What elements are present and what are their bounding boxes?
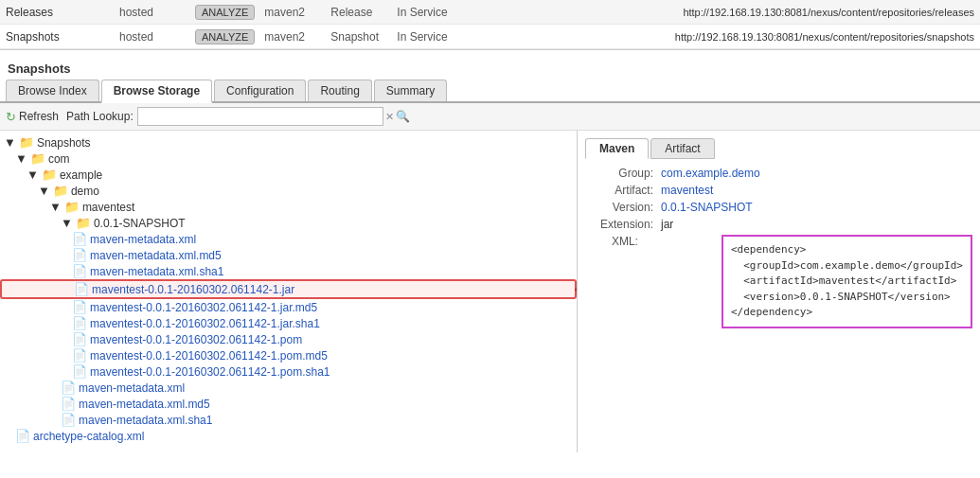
folder-icon: 📁 [19, 135, 34, 150]
prop-group-label: Group: [585, 167, 661, 180]
repo-status-releases: In Service [397, 6, 472, 19]
tree-file-maven-metadata2-md5[interactable]: 📄 maven-metadata.xml.md5 [0, 396, 577, 412]
folder-icon: 📁 [42, 168, 57, 182]
repo-policy-releases: Release [330, 6, 397, 19]
tree-file-pom-md5[interactable]: 📄 maventest-0.0.1-20160302.061142-1.pom.… [0, 347, 577, 363]
tree-label: maven-metadata.xml.md5 [90, 249, 222, 262]
analyze-btn-snapshots[interactable]: ANALYZE [195, 29, 255, 44]
repo-format-snapshots: maven2 [264, 30, 330, 44]
tree-label: example [60, 168, 102, 182]
tree-file-pom-sha1[interactable]: 📄 maventest-0.0.1-20160302.061142-1.pom.… [0, 363, 577, 380]
tree-label: 0.0.1-SNAPSHOT [94, 217, 186, 230]
tree-panel: ▼ 📁 Snapshots ▼ 📁 com ▼ 📁 example ▼ [0, 131, 578, 452]
repo-type-releases: hosted [119, 6, 195, 19]
path-input[interactable] [137, 107, 383, 126]
tree-label: archetype-catalog.xml [33, 430, 144, 443]
tree-label: maventest-0.0.1-20160302.061142-1.pom.sh… [90, 365, 330, 379]
panel-title: Snapshots [0, 58, 980, 80]
tree-com[interactable]: ▼ 📁 com [0, 150, 577, 167]
refresh-icon: ↻ [6, 110, 16, 124]
detail-tab-artifact[interactable]: Artifact [650, 138, 714, 159]
tree-demo[interactable]: ▼ 📁 demo [0, 183, 577, 199]
prop-group-value: com.example.demo [661, 167, 760, 180]
tree-label: maven-metadata.xml.sha1 [90, 265, 223, 278]
tree-file-maven-metadata-sha1[interactable]: 📄 maven-metadata.xml.sha1 [0, 263, 577, 279]
prop-extension: Extension: jar [585, 218, 972, 231]
file-icon: 📄 [72, 316, 87, 330]
tree-file-maven-metadata-md5[interactable]: 📄 maven-metadata.xml.md5 [0, 247, 577, 263]
repo-format-releases: maven2 [264, 6, 330, 19]
tree-label: demo [71, 185, 99, 198]
tree-label: Snapshots [37, 136, 91, 150]
tree-version[interactable]: ▼ 📁 0.0.1-SNAPSHOT [0, 215, 577, 231]
tree-label: com [48, 152, 70, 166]
analyze-button-releases[interactable]: ANALYZE [195, 5, 255, 20]
tree-file-maven-metadata2-sha1[interactable]: 📄 maven-metadata.xml.sha1 [0, 412, 577, 428]
expand-icon: ▼ [61, 216, 73, 230]
repo-policy-snapshots: Snapshot [330, 30, 397, 44]
file-icon: 📄 [72, 264, 87, 278]
tab-bar: Browse Index Browse Storage Configuratio… [0, 80, 980, 103]
tree-file-maven-metadata2[interactable]: 📄 maven-metadata.xml [0, 380, 577, 396]
tree-label: maventest-0.0.1-20160302.061142-1.pom.md… [90, 349, 328, 363]
analyze-btn-releases[interactable]: ANALYZE [195, 5, 255, 20]
folder-icon: 📁 [30, 151, 45, 166]
tree-label: maventest-0.0.1-20160302.061142-1.jar.sh… [90, 317, 320, 330]
main-content: ▼ 📁 Snapshots ▼ 📁 com ▼ 📁 example ▼ [0, 131, 980, 452]
arrow-svg [575, 280, 578, 299]
prop-xml-label: XML: [585, 235, 646, 328]
file-icon: 📄 [72, 248, 87, 262]
toolbar: ↻ Refresh Path Lookup: ✕ 🔍 [0, 103, 980, 131]
tree-label: maven-metadata.xml.md5 [79, 398, 210, 411]
prop-artifact-value: maventest [661, 184, 713, 197]
prop-version-label: Version: [585, 201, 661, 214]
tree-label: maven-metadata.xml [90, 233, 196, 246]
tab-browse-index[interactable]: Browse Index [6, 80, 99, 101]
analyze-button-snapshots[interactable]: ANALYZE [195, 29, 255, 44]
tree-example[interactable]: ▼ 📁 example [0, 167, 577, 183]
tab-summary[interactable]: Summary [374, 80, 447, 101]
repo-name-snapshots: Snapshots [6, 30, 119, 44]
detail-tab-maven[interactable]: Maven [585, 138, 649, 159]
tree-file-archetype[interactable]: 📄 archetype-catalog.xml [0, 428, 577, 444]
tree-label: maven-metadata.xml [79, 381, 185, 395]
path-clear-icon[interactable]: ✕ [385, 111, 394, 123]
path-search-icon[interactable]: 🔍 [396, 110, 410, 123]
repo-list: Releases hosted ANALYZE maven2 Release I… [0, 0, 980, 50]
file-icon: 📄 [72, 364, 87, 379]
tree-file-jar-md5[interactable]: 📄 maventest-0.0.1-20160302.061142-1.jar.… [0, 299, 577, 315]
tree-label: maventest-0.0.1-20160302.061142-1.jar [92, 283, 294, 296]
tree-file-maven-metadata[interactable]: 📄 maven-metadata.xml [0, 231, 577, 247]
tree-file-jar-sha1[interactable]: 📄 maventest-0.0.1-20160302.061142-1.jar.… [0, 315, 577, 331]
tab-browse-storage[interactable]: Browse Storage [101, 80, 212, 103]
prop-xml: XML: <dependency> <groupId>com.example.d… [585, 235, 972, 328]
tree-label: maventest-0.0.1-20160302.061142-1.pom [90, 333, 302, 346]
repo-row-snapshots[interactable]: Snapshots hosted ANALYZE maven2 Snapshot… [0, 25, 980, 49]
tab-routing[interactable]: Routing [308, 80, 371, 101]
prop-extension-label: Extension: [585, 218, 661, 231]
folder-icon: 📁 [76, 216, 91, 230]
tree-file-pom[interactable]: 📄 maventest-0.0.1-20160302.061142-1.pom [0, 331, 577, 347]
prop-artifact-label: Artifact: [585, 184, 661, 197]
tree-label: maventest-0.0.1-20160302.061142-1.jar.md… [90, 301, 317, 314]
tree-maventest[interactable]: ▼ 📁 maventest [0, 199, 577, 215]
refresh-button[interactable]: ↻ Refresh [6, 110, 59, 124]
tree-file-jar[interactable]: 📄 maventest-0.0.1-20160302.061142-1.jar [0, 279, 577, 299]
file-icon: 📄 [61, 413, 76, 427]
repo-row-releases[interactable]: Releases hosted ANALYZE maven2 Release I… [0, 0, 980, 25]
repo-status-snapshots: In Service [397, 30, 472, 44]
file-icon: 📄 [72, 332, 87, 346]
tree-snapshots-root[interactable]: ▼ 📁 Snapshots [0, 134, 577, 150]
file-icon: 📄 [72, 232, 87, 246]
expand-icon: ▼ [15, 151, 27, 166]
repo-type-snapshots: hosted [119, 30, 195, 44]
file-icon: 📄 [15, 429, 30, 443]
prop-extension-value: jar [661, 218, 673, 231]
expand-icon: ▼ [38, 184, 50, 198]
xml-content: <dependency> <groupId>com.example.demo</… [722, 235, 972, 328]
detail-tab-bar: Maven Artifact [585, 138, 972, 159]
refresh-label: Refresh [19, 110, 59, 123]
file-icon: 📄 [61, 381, 76, 395]
tab-configuration[interactable]: Configuration [214, 80, 306, 101]
repo-name-releases: Releases [6, 6, 119, 19]
